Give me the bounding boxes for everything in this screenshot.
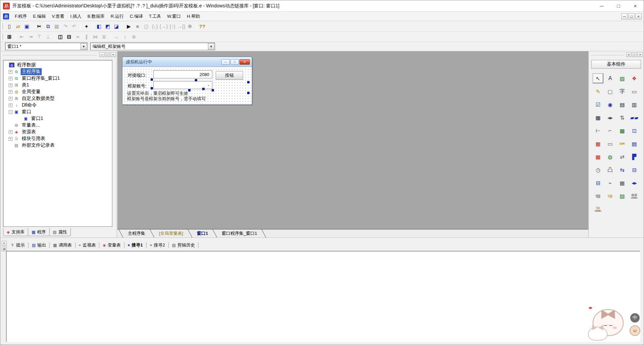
debug-window-button[interactable]: ◫ xyxy=(142,22,151,30)
tree-toggle[interactable]: + xyxy=(9,104,12,107)
component-odbc-database[interactable]: t◍ODBC xyxy=(593,204,603,214)
mdi-close-button[interactable]: × xyxy=(635,13,642,19)
tab-search1[interactable]: ⌖搜寻1 xyxy=(125,242,146,249)
assistant-avatar[interactable]: ω xyxy=(630,325,640,336)
new-file-button[interactable]: ▯ xyxy=(5,22,14,30)
fit-height-button[interactable]: ≣ xyxy=(100,33,108,41)
redo-button[interactable]: ↷ xyxy=(61,22,70,30)
minimize-button[interactable]: ─ xyxy=(593,0,610,12)
tree-item-program-data[interactable]: e 程序数据 xyxy=(4,62,111,68)
component-image-editor[interactable]: ✎ xyxy=(593,86,603,96)
menu-window[interactable]: W.窗口 xyxy=(164,12,184,21)
component-database[interactable]: t◍ xyxy=(605,191,615,201)
component-external-db-file[interactable]: t▤ xyxy=(593,191,603,201)
dialog-close-button[interactable]: × xyxy=(239,59,250,65)
component-hyperlink-window[interactable]: ⊡ xyxy=(629,126,640,136)
align-top-button[interactable]: ⊤ xyxy=(35,33,44,41)
component-list-box[interactable]: ▥ xyxy=(629,99,640,110)
selection-handle[interactable] xyxy=(247,92,250,94)
selection-handle[interactable] xyxy=(188,89,191,91)
step-into-button[interactable]: {↓} xyxy=(151,22,159,30)
selection-handle[interactable] xyxy=(202,88,205,90)
tree-toggle[interactable]: + xyxy=(9,90,12,94)
component-printer[interactable]: 凸 xyxy=(605,165,615,175)
component-rich-document[interactable]: ▤ xyxy=(629,139,640,149)
component-dir-browser[interactable]: DIR xyxy=(617,139,628,149)
tab-properties[interactable]: ▤ 属性 xyxy=(49,228,71,236)
member-selector-combo[interactable]: 编辑框_框架账号 ▼ xyxy=(90,43,215,50)
dropdown-arrow-icon[interactable]: ▼ xyxy=(80,43,87,50)
palette-menu-button[interactable]: ≡ xyxy=(626,52,631,57)
tab-window1[interactable]: 窗口1 xyxy=(188,229,217,237)
form-designer-button[interactable]: ⊞ xyxy=(5,33,14,41)
component-odbc-link[interactable]: ◍◍ODBC xyxy=(629,191,640,201)
component-ruler-line[interactable]: ⊢ xyxy=(593,126,603,136)
dialog-restore-button[interactable]: □ xyxy=(230,59,239,65)
panel-close-button[interactable]: × xyxy=(111,52,116,57)
tree-item-resource-table[interactable]: + ◈ 资源表 xyxy=(9,129,111,135)
tree-item-window-assembly[interactable]: + ⧉ 窗口程序集_窗口1 xyxy=(9,75,111,82)
find-symbol-button[interactable]: ?? xyxy=(198,22,207,30)
component-label[interactable]: A xyxy=(605,73,615,83)
dropdown-arrow-icon[interactable]: ▼ xyxy=(208,43,214,50)
output-dock-button[interactable]: ⊟ xyxy=(2,247,7,251)
tab-output[interactable]: ▤输出 xyxy=(29,242,49,249)
menu-help[interactable]: H.帮助 xyxy=(184,12,203,21)
component-card-edit[interactable]: ▭ xyxy=(605,139,615,149)
menu-view[interactable]: V.查看 xyxy=(49,12,67,21)
component-radio-button[interactable]: ◉ xyxy=(605,99,615,110)
step-out-button[interactable]: {↑} xyxy=(168,22,177,30)
tab-main-assembly[interactable]: 主程序集 xyxy=(119,229,154,237)
equal-space-horizontal-button[interactable]: ≍ xyxy=(73,33,82,41)
palette-close-button[interactable]: × xyxy=(638,52,643,57)
tree-item-dll-commands[interactable]: + ↓ Dll命令 xyxy=(9,102,111,109)
maximize-button[interactable]: □ xyxy=(610,0,627,12)
tree-toggle[interactable]: + xyxy=(9,137,12,141)
align-bottom-button[interactable]: ⊥ xyxy=(44,33,52,41)
palette-float-button[interactable]: □ xyxy=(632,52,637,57)
component-month-calendar[interactable]: ▦ xyxy=(593,139,603,149)
tab-tips[interactable]: ？提示 xyxy=(8,242,28,249)
selection-handle[interactable] xyxy=(195,79,197,81)
selection-handle[interactable] xyxy=(151,87,153,89)
tree-toggle[interactable]: + xyxy=(9,70,12,74)
tab-search2[interactable]: ⌖搜寻2 xyxy=(147,242,168,249)
tree-toggle[interactable]: − xyxy=(9,110,12,114)
cascade-windows-button[interactable]: ◪ xyxy=(112,22,121,30)
component-client-socket[interactable]: ⇆ xyxy=(617,165,628,175)
component-check-box[interactable]: ☑ xyxy=(593,99,603,110)
menu-tools[interactable]: T.工具 xyxy=(146,12,164,21)
pause-button[interactable]: ✽ xyxy=(185,22,194,30)
menu-insert[interactable]: I.插入 xyxy=(67,12,85,21)
toolbar-grip[interactable] xyxy=(2,33,3,40)
component-external-image[interactable]: ▨ xyxy=(617,191,628,201)
tree-item-custom-datatypes[interactable]: + ⊞ 自定义数据类型 xyxy=(9,95,111,102)
output-close-button[interactable]: × xyxy=(2,241,7,246)
menu-database[interactable]: B.数据库 xyxy=(85,12,108,21)
tab-support-library[interactable]: ◈ 支持库 xyxy=(3,228,28,236)
component-picture-box[interactable]: ▨ xyxy=(617,73,628,83)
tree-toggle[interactable]: + xyxy=(9,77,12,80)
selection-handle[interactable] xyxy=(151,78,153,81)
output-content[interactable] xyxy=(6,251,640,342)
same-height-button[interactable]: ↕ xyxy=(121,33,129,41)
toolbar-grip[interactable] xyxy=(2,23,3,30)
panel-dock-button[interactable]: ─ xyxy=(99,52,104,57)
panel-grip[interactable] xyxy=(591,54,624,55)
selection-handle[interactable] xyxy=(212,89,214,91)
cut-button[interactable]: ✂ xyxy=(35,22,44,30)
component-tab-control[interactable]: ⌐ xyxy=(605,126,615,136)
tree-item-main-assembly[interactable]: + ⧉ 主程序集 xyxy=(9,68,111,75)
component-db-navigator[interactable]: ◀▶ xyxy=(629,178,640,188)
close-button[interactable]: × xyxy=(627,0,644,12)
component-internet-transfer[interactable]: ◍ xyxy=(605,152,615,162)
tab-variable-table[interactable]: ◈变量表 xyxy=(100,242,123,249)
apply-button[interactable]: 按钮 xyxy=(216,71,243,80)
save-button[interactable]: ▣ xyxy=(22,22,31,30)
component-progress-bar[interactable]: ▰▰ xyxy=(629,113,640,123)
run-to-cursor-button[interactable]: →{} xyxy=(177,22,185,30)
dialog-minimize-button[interactable]: ─ xyxy=(221,59,230,65)
menu-run[interactable]: R.运行 xyxy=(108,12,127,21)
menu-program[interactable]: F.程序 xyxy=(12,12,30,21)
component-split-spinner[interactable]: ⇄ xyxy=(617,152,628,162)
